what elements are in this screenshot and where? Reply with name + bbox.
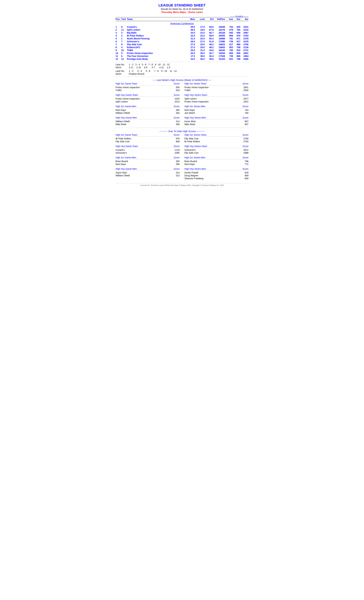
score-entry: Cusack's1118 xyxy=(116,149,180,151)
col-pos-header: Pos xyxy=(116,18,121,20)
col-team-header: Team xyxy=(127,18,185,20)
scores-block: High Scr Game-TeamScoreProtec Home Inspe… xyxy=(116,82,248,92)
score-entry: William ONeill313 xyxy=(116,174,180,177)
table-row: 3 3 Big Balls 34.0 22.0 60.7 20228 842 9… xyxy=(116,31,248,34)
score-category-title: High Scr Series-MenScore xyxy=(184,156,248,159)
table-row: 11 6 The Four Horsemen 17.0 39.0 30.4 17… xyxy=(116,55,248,57)
lane-range-2: 3 - 4 xyxy=(135,63,140,66)
col-tm-header: Tm# xyxy=(121,18,127,20)
lane-range-6b: 11 - 12 xyxy=(170,70,177,72)
col-gm-header: Gm xyxy=(233,18,240,20)
score-category-title: High Scr Series-TeamScore xyxy=(184,133,248,137)
score-entry: Mike Reek306 xyxy=(116,123,180,126)
score-entry: Mike Reek807 xyxy=(184,123,248,126)
score-entry: Nick Daye772 xyxy=(184,163,248,166)
score-entry: Jason Notz314 xyxy=(116,171,180,174)
score-category-title: High Scr Series-TeamScore xyxy=(184,82,248,85)
score-category-title: High Scr Series-MenScore xyxy=(184,105,248,108)
score-entry: Doug Wagner809 xyxy=(184,174,248,177)
score-entry: THBS919 xyxy=(116,89,180,92)
col-pct-header: Pct xyxy=(205,18,214,20)
ytd-header: ---------- Year To Date High Scores ----… xyxy=(116,130,248,132)
lane-schedule: Lane No 1 - 2 3 - 4 5 - 6 7 - 8 9 - 10 1… xyxy=(116,63,248,75)
score-category-title: High Hcp Game-TeamScore xyxy=(116,145,180,148)
lane-range-2b: 3 - 4 xyxy=(137,70,142,72)
scores-block: High Scr Game-MenScoreBrian Busick300Nic… xyxy=(116,156,248,166)
score-category-title: High Scr Game-TeamScore xyxy=(116,82,180,85)
ytd-scores: High Scr Game-TeamScoreBi Polar Rollers9… xyxy=(116,133,248,180)
page-title: LEAGUE STANDING SHEET xyxy=(116,3,248,8)
score-entry: William ONeill264 xyxy=(116,112,180,114)
lane-range-4b: 7 - 8 xyxy=(154,70,159,72)
table-row: 5 1 North Wood Flooring 31.0 25.0 55.4 1… xyxy=(116,37,248,40)
table-row: 9 10 THBS 25.0 31.0 44.6 18245 760 919 2… xyxy=(116,49,248,52)
lane-val-4: 5 7 xyxy=(152,66,157,69)
date-2: 04/20 xyxy=(116,73,127,75)
score-category-title: High Hcp Series-MenScore xyxy=(184,168,248,171)
score-entry: Protec Home Inspection935 xyxy=(116,86,180,89)
score-entry: Brian Busick300 xyxy=(116,160,180,163)
score-category-title: High Hcp Game-MenScore xyxy=(116,116,180,120)
column-headers: Pos Tm# Team Won Lost Pct TotPins Ave Gm… xyxy=(116,17,248,21)
score-category-title: High Scr Game-MenScore xyxy=(116,105,180,108)
score-entry: Dustin Powell818 xyxy=(184,171,248,174)
lane-range-1: 1 - 2 xyxy=(129,63,133,66)
table-row: 4 2 Bi Polar Rollers 33.0 23.0 58.9 2055… xyxy=(116,34,248,37)
score-entry: Split Lickers1013 xyxy=(116,100,180,103)
table-row: 12 12 Prestige Auto Body 16.0 40.0 28.6 … xyxy=(116,57,248,60)
table-row: 1 8 Cusack's 39.0 17.0 69.6 16849 702 92… xyxy=(116,25,248,28)
table-row: 10 5 Protec Home Inspection 20.0 36.0 35… xyxy=(116,52,248,55)
lane-range-6: 11 - 12 xyxy=(163,63,170,66)
score-entry: Kevin Wick807 xyxy=(184,120,248,123)
lane-range-1b: 1 - 2 xyxy=(129,70,133,72)
score-entry: Joe Welch700 xyxy=(184,112,248,114)
col-lost-header: Lost xyxy=(195,18,205,20)
score-entry: Nick Daye280 xyxy=(116,163,180,166)
score-category-title: High Hcp Game-TeamScore xyxy=(116,94,180,97)
score-entry: Flip Side Coin968 xyxy=(116,140,180,143)
score-entry: Schooner's1095 xyxy=(116,151,180,154)
score-entry: Protec Home Inspection2922 xyxy=(184,100,248,103)
score-entry: Protec Home Inspection1042 xyxy=(116,97,180,100)
scores-block: High Hcp Game-MenScoreWilliam ONeill313M… xyxy=(116,116,248,126)
scores-block: High Scr Game-TeamScoreBi Polar Rollers9… xyxy=(116,133,248,143)
score-entry: Shannon Freeberg809 xyxy=(184,177,248,180)
lane-range-5: 9 - 10 xyxy=(155,63,161,66)
footer: Licensed To: The Dome Lanes Perfect Secr… xyxy=(116,183,248,186)
score-category-title: High Hcp Series-TeamScore xyxy=(184,94,248,97)
col-ave-header: Ave xyxy=(225,18,233,20)
last-week-header: ---- Last Week's High Scores (Week of 04… xyxy=(116,79,248,81)
score-category-title: High Hcp Series-TeamScore xyxy=(184,145,248,148)
score-entry: William ONeill313 xyxy=(116,120,180,123)
team-table: 1 8 Cusack's 39.0 17.0 69.6 16849 702 92… xyxy=(116,25,248,60)
scores-block: High Scr Game-MenScoreNick Daye280Willia… xyxy=(116,105,248,114)
lane-val-1: 3 11 xyxy=(129,66,134,69)
position-round: Position Round xyxy=(129,73,144,75)
table-row: 6 7 Schooner's 29.0 27.0 51.8 17686 736 … xyxy=(116,40,248,43)
score-category-title: High Scr Game-TeamScore xyxy=(116,133,180,137)
scores-block: High Hcp Game-MenScoreJason Notz314Willi… xyxy=(116,168,248,180)
lane-range-3b: 5 - 6 xyxy=(146,70,150,72)
score-entry: Split Lickers2977 xyxy=(184,97,248,100)
score-category-title: High Hcp Game-MenScore xyxy=(116,168,180,171)
scratch-label: --------Scratch-------- xyxy=(230,15,248,18)
score-entry: Bi Polar Rollers2783 xyxy=(184,140,248,143)
table-row: 8 4 Embers1871 27.0 29.0 48.2 15663 652 … xyxy=(116,46,248,49)
lane-val-3: 6 8 xyxy=(144,66,150,69)
scores-block: High Hcp Game-TeamScoreProtec Home Inspe… xyxy=(116,94,248,103)
col-ser-header: Ser xyxy=(240,18,248,20)
lane-val-6: 1 9 xyxy=(167,66,173,69)
score-entry: Brian Busick796 xyxy=(184,160,248,163)
scores-block: High Hcp Game-TeamScoreCusack's1118Schoo… xyxy=(116,145,248,154)
lane-no-label-2: Lane No xyxy=(116,70,127,72)
date-1: 04/13 xyxy=(116,66,127,69)
score-entry: Flip Side Coin2988 xyxy=(184,151,248,154)
score-entry: Protec Home Inspection2601 xyxy=(184,86,248,89)
table-row: 2 11 Split Lickers 38.0 18.0 67.9 16276 … xyxy=(116,28,248,31)
league-name: Thursday Mens Major - Dome Lanes xyxy=(116,11,248,13)
col-totpins-header: TotPins xyxy=(214,18,225,20)
lane-range-3: 5 - 6 xyxy=(142,63,146,66)
score-entry: Nick Daye744 xyxy=(184,109,248,112)
lane-range-5b: 9 - 10 xyxy=(161,70,167,72)
lane-val-2: 2 10 xyxy=(136,66,142,69)
